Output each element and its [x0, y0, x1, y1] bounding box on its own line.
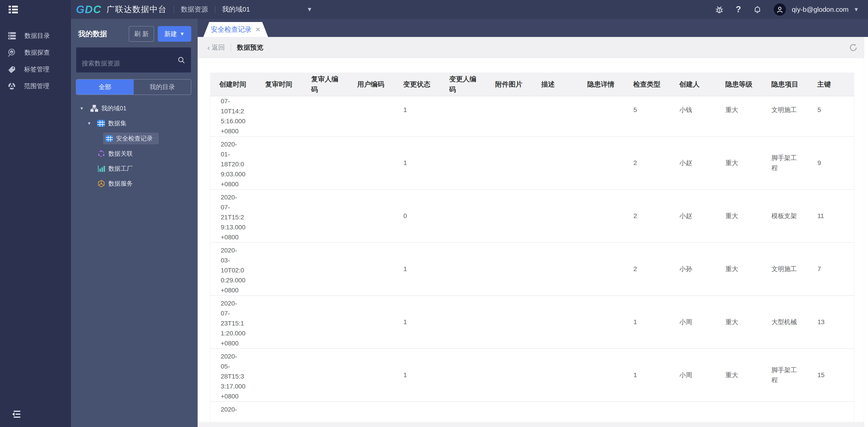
table-row: 2020-07-21T15:29:13.000+080002小赵重大模板支架11 — [210, 189, 854, 243]
top-bar: GDC 广联达数据中台 数据资源 我的域01 ▼ ? — [0, 0, 868, 19]
table-body-viewport[interactable]: 2020-07-10T14:25:16.000+080015小钱重大文明施工52… — [210, 96, 854, 427]
table-cell — [302, 296, 348, 348]
table-cell — [302, 243, 348, 296]
tree-node-safety-check-record[interactable]: 安全检查记录 — [103, 132, 159, 144]
database-icon — [8, 32, 16, 40]
panel-title: 我的数据 — [78, 29, 107, 39]
table-cell: 11 — [808, 189, 854, 243]
table-cell: 15 — [808, 348, 854, 402]
table-cell — [440, 243, 486, 296]
search-input[interactable] — [76, 47, 191, 73]
table-header-row: 创建时间复审时间复审人编码用户编码变更状态变更人编码附件图片描述隐患详情检查类型… — [210, 72, 854, 96]
resource-tree: ▾ 我的域01 ▾ — [71, 101, 197, 191]
table-column-header: 复审时间 — [256, 72, 302, 96]
table-cell — [440, 136, 486, 189]
table-cell — [486, 189, 532, 243]
top-bar-left — [0, 0, 71, 19]
table-cell: 小孙 — [671, 243, 716, 296]
tree-node-dataset[interactable]: ▾ 数据集 — [71, 116, 197, 131]
table-cell — [440, 189, 486, 243]
table-cell — [486, 243, 532, 296]
topbar-menu-data-resource[interactable]: 数据资源 — [181, 5, 208, 14]
tree-node-data-service[interactable]: 数据服务 — [71, 176, 197, 191]
back-button[interactable]: ‹ 返回 — [207, 43, 225, 52]
table-cell: 大型机械 — [763, 296, 808, 348]
table-cell: 模板支架 — [763, 189, 808, 243]
search-icon[interactable] — [177, 56, 185, 64]
table-cell: 1 — [394, 243, 440, 296]
horizontal-scrollbar[interactable] — [197, 422, 864, 427]
table-cell — [302, 96, 348, 136]
table-cell — [578, 296, 624, 348]
table-cell — [532, 96, 578, 136]
vertical-scrollbar[interactable] — [864, 37, 868, 427]
table-cell — [578, 243, 624, 296]
domain-selector[interactable]: 我的域01 ▼ — [222, 5, 312, 14]
table-cell: 重大 — [716, 96, 763, 136]
table-cell: 重大 — [716, 348, 763, 402]
tab-my-catalog[interactable]: 我的目录 — [134, 80, 191, 94]
table-column-header: 用户编码 — [348, 72, 394, 96]
table-cell: 2020-07-10T14:25:16.000+0800 — [210, 96, 256, 136]
table-cell — [256, 96, 302, 136]
gdc-logo: GDC — [76, 3, 101, 16]
tree-node-label: 安全检查记录 — [116, 134, 153, 143]
divider — [231, 44, 231, 52]
table-cell: 13 — [808, 296, 854, 348]
bug-feedback-icon[interactable] — [715, 5, 724, 14]
tree-node-data-factory[interactable]: 数据工厂 — [71, 161, 197, 176]
caret-down-icon[interactable]: ▾ — [88, 120, 95, 126]
refresh-icon[interactable] — [848, 43, 858, 52]
table-column-header: 复审人编码 — [302, 72, 348, 96]
back-label: 返回 — [212, 43, 225, 52]
table-cell — [348, 243, 394, 296]
table-cell — [348, 348, 394, 402]
menu-grid-icon[interactable] — [9, 5, 18, 14]
magnifier-cube-icon — [8, 48, 16, 57]
tab-all[interactable]: 全部 — [76, 80, 134, 94]
collapse-sidebar-icon[interactable] — [11, 409, 23, 419]
chevron-down-icon: ▼ — [180, 31, 185, 37]
table-cell: 2020-07-23T15:11:20.000+0800 — [210, 296, 256, 348]
table-cell: 1 — [624, 296, 671, 348]
table-cell — [578, 96, 624, 136]
preview-toolbar: ‹ 返回 数据预览 — [197, 37, 864, 58]
dataset-table-icon — [97, 120, 105, 127]
sidebar-item-data-explore[interactable]: 数据探查 — [0, 44, 71, 61]
user-email[interactable]: qiy-b@glodon.com — [792, 6, 849, 13]
notification-bell-icon[interactable] — [753, 5, 762, 14]
table-column-header: 附件图片 — [486, 72, 532, 96]
tree-node-data-relation[interactable]: 数据关联 — [71, 146, 197, 161]
tab-safety-check-record[interactable]: 安全检查记录 ✕ — [203, 22, 268, 37]
table-cell: 1 — [394, 296, 440, 348]
caret-down-icon[interactable]: ▾ — [81, 105, 87, 111]
table-column-header: 检查类型 — [624, 72, 670, 96]
relation-icon — [97, 150, 105, 157]
dataset-table-icon — [105, 135, 113, 142]
table-cell: 文明施工 — [763, 96, 808, 136]
table-column-header: 主键 — [808, 72, 854, 96]
new-button[interactable]: 新建 ▼ — [158, 26, 191, 42]
data-preview-table: 创建时间复审时间复审人编码用户编码变更状态变更人编码附件图片描述隐患详情检查类型… — [210, 72, 854, 427]
table-cell — [348, 136, 394, 189]
table-cell — [302, 136, 348, 189]
table-cell: 小周 — [671, 348, 716, 402]
close-icon[interactable]: ✕ — [255, 26, 260, 33]
table-column-header: 隐患详情 — [578, 72, 624, 96]
sidebar-item-scope-management[interactable]: 范围管理 — [0, 78, 71, 94]
help-icon[interactable]: ? — [736, 4, 741, 14]
table-cell: 脚手架工程 — [763, 348, 808, 402]
table-cell: 文明施工 — [763, 243, 808, 296]
avatar[interactable] — [774, 3, 786, 16]
refresh-button[interactable]: 刷 新 — [129, 26, 154, 42]
table-column-header: 隐患等级 — [716, 72, 762, 96]
sidebar-item-label: 数据目录 — [25, 31, 50, 40]
table-column-header: 创建时间 — [210, 72, 256, 96]
table-cell: 2 — [624, 136, 671, 189]
table-cell — [486, 296, 532, 348]
scope-icon — [8, 82, 16, 90]
table-cell — [486, 136, 532, 189]
sidebar-item-data-catalog[interactable]: 数据目录 — [0, 27, 71, 44]
tree-node-domain[interactable]: ▾ 我的域01 — [71, 101, 197, 116]
sidebar-item-tag-management[interactable]: 标签管理 — [0, 61, 71, 78]
